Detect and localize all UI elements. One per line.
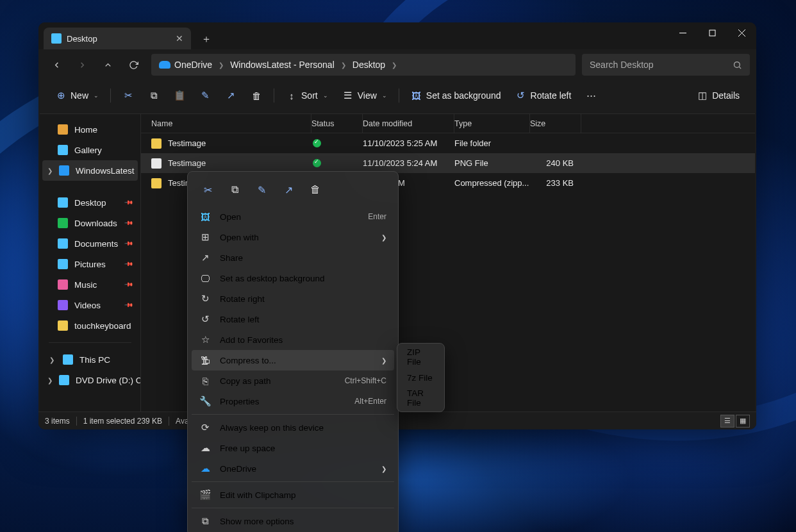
ctx-item-onedrive[interactable]: ☁OneDrive❯ [192,458,394,479]
paste-button[interactable]: 📋 [167,84,192,107]
maximize-button[interactable] [697,22,727,43]
folder-icon [58,197,68,208]
column-status[interactable]: Status [311,114,363,133]
sidebar-item-windowslatest[interactable]: ❯WindowsLatest [42,160,138,181]
file-date: 11/10/2023 5:24 AM [363,158,454,168]
new-button[interactable]: ⊕ New⌄ [49,84,105,107]
file-row[interactable]: Testimage 11/10/2023 5:25 AM File folder [141,133,755,153]
sidebar-item-label: Gallery [74,145,102,155]
sidebar-item-home[interactable]: Home [42,119,138,140]
delete-button[interactable]: 🗑 [244,84,269,107]
sidebar-item-this-pc[interactable]: ❯This PC [42,349,138,370]
chevron-right-icon: ❯ [217,62,225,69]
ctx-rename-button[interactable]: ✎ [249,178,274,201]
ctx-item-share[interactable]: ↗Share [192,247,394,268]
clip-icon: 🎬 [199,489,211,501]
sidebar-item-videos[interactable]: Videos📌 [42,295,138,315]
ctx-item-compress-to-[interactable]: 🗜Compress to...❯ [192,350,394,370]
file-size: 240 KB [530,158,581,168]
ctx-item-always-keep-on-this-device[interactable]: ⟳Always keep on this device [192,417,394,438]
ctx-item-label: Edit with Clipchamp [220,490,386,500]
address-bar[interactable]: OneDrive ❯ WindowsLatest - Personal ❯ De… [151,54,576,76]
submenu-item-tar-file[interactable]: TAR File [401,388,441,408]
sort-button[interactable]: ↕ Sort⌄ [279,84,335,107]
copy-icon: ⧉ [148,90,160,101]
back-button[interactable] [45,54,68,76]
copy-button[interactable]: ⧉ [142,84,166,107]
thumbnails-view-button[interactable]: ▦ [736,415,750,428]
folder-icon [63,354,73,365]
onedrive-icon: ☁ [199,463,211,474]
sidebar-item-downloads[interactable]: Downloads📌 [42,213,138,233]
view-icon: ☰ [342,90,354,101]
ctx-item-show-more-options[interactable]: ⧉Show more options [192,511,394,531]
folder-icon [59,375,69,385]
sidebar-item-label: touchkeyboard [74,321,131,331]
sidebar-item-music[interactable]: Music📌 [42,274,138,295]
column-name[interactable]: Name˄ [151,114,311,133]
ctx-item-properties[interactable]: 🔧PropertiesAlt+Enter [192,391,394,411]
breadcrumb-desktop[interactable]: Desktop [352,60,385,70]
ctx-copy-button[interactable]: ⧉ [222,178,247,201]
sidebar-item-desktop[interactable]: Desktop📌 [42,192,138,213]
pin-icon: 📌 [124,260,134,269]
ctx-item-open[interactable]: 🖼OpenEnter [192,206,394,227]
background-icon: 🖼 [411,90,422,101]
sidebar-item-label: This PC [79,355,110,365]
forward-button[interactable] [70,54,94,76]
search-input[interactable]: Search Desktop [582,54,750,76]
sidebar-item-gallery[interactable]: Gallery [42,140,138,160]
sidebar-item-label: Videos [74,301,101,310]
tab-desktop[interactable]: Desktop ✕ [44,28,191,49]
ctx-item-free-up-space[interactable]: ☁Free up space [192,438,394,458]
rotate-left-button[interactable]: ↺ Rotate left [509,84,578,107]
sidebar-item-dvd-drive-d-c[interactable]: ❯DVD Drive (D:) C [42,370,138,390]
ctx-item-open-with[interactable]: ⊞Open with❯ [192,227,394,247]
more-button[interactable]: ⋯ [579,84,603,107]
rename-button[interactable]: ✎ [193,84,217,107]
breadcrumb-personal[interactable]: WindowsLatest - Personal [230,60,335,70]
details-pane-button[interactable]: ◫ Details [690,84,746,107]
ctx-item-rotate-left[interactable]: ↺Rotate left [192,309,394,329]
ctx-share-button[interactable]: ↗ [276,178,301,201]
details-view-button[interactable]: ☰ [720,415,734,428]
chevron-right-icon: ❯ [381,465,386,472]
view-button[interactable]: ☰ View⌄ [336,84,394,107]
sidebar-item-pictures[interactable]: Pictures📌 [42,254,138,274]
scissors-icon: ✂ [122,90,134,101]
close-button[interactable] [727,22,756,43]
sidebar-item-touchkeyboard[interactable]: touchkeyboard [42,315,138,336]
ctx-item-add-to-favorites[interactable]: ☆Add to Favorites [192,329,394,350]
folder-icon [58,300,68,310]
ctx-item-label: Always keep on this device [220,423,386,433]
share-button[interactable]: ↗ [219,84,243,107]
up-button[interactable] [96,54,119,76]
ctx-cut-button[interactable]: ✂ [195,178,220,201]
tab-close-button[interactable]: ✕ [176,33,183,44]
ctx-item-edit-with-clipchamp[interactable]: 🎬Edit with Clipchamp [192,485,394,505]
refresh-button[interactable] [122,54,145,76]
file-row[interactable]: Testimage 11/10/2023 5:24 AM PNG File 24… [141,153,755,173]
folder-icon [58,279,68,290]
new-tab-button[interactable]: ＋ [196,29,217,49]
column-size[interactable]: Size [530,114,581,133]
breadcrumb-onedrive[interactable]: OneDrive [159,60,212,70]
sidebar-item-documents[interactable]: Documents📌 [42,233,138,254]
ctx-delete-button[interactable]: 🗑 [303,178,328,201]
sidebar-item-label: Downloads [74,219,117,228]
column-date[interactable]: Date modified [363,114,454,133]
file-size: 233 KB [530,178,581,188]
sidebar-item-label: Home [74,125,97,135]
grid-icon: ⊞ [199,231,211,243]
rotr-icon: ↻ [199,293,211,304]
submenu-item-zip-file[interactable]: ZIP File [401,347,441,367]
ctx-item-copy-as-path[interactable]: ⎘Copy as pathCtrl+Shift+C [192,370,394,391]
ctx-item-rotate-right[interactable]: ↻Rotate right [192,288,394,309]
submenu-item-7z-file[interactable]: 7z File [401,367,441,388]
ctx-item-set-as-desktop-background[interactable]: 🖵Set as desktop background [192,268,394,288]
set-background-button[interactable]: 🖼 Set as background [404,84,508,107]
minimize-button[interactable] [668,22,697,43]
cut-button[interactable]: ✂ [116,84,140,107]
column-type[interactable]: Type [454,114,530,133]
folder-icon [58,218,68,228]
